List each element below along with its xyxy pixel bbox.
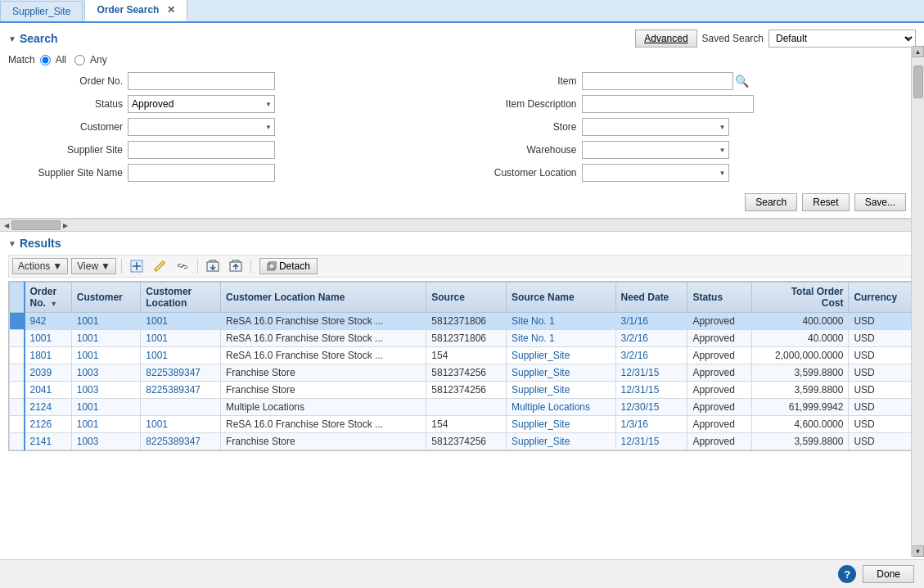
- cell-customer-location[interactable]: 1001: [141, 416, 221, 433]
- cell-customer-location[interactable]: 8225389347: [141, 382, 221, 399]
- cell-source-name[interactable]: Supplier_Site: [506, 433, 615, 450]
- cell-need-date[interactable]: 1/3/16: [615, 416, 687, 433]
- cell-need-date[interactable]: 12/30/15: [615, 399, 687, 416]
- cell-need-date[interactable]: 3/2/16: [615, 330, 687, 347]
- cell-customer-location[interactable]: 1001: [141, 313, 221, 330]
- export-icon-btn[interactable]: [203, 258, 223, 274]
- scroll-thumb-v[interactable]: [913, 66, 923, 98]
- col-customer[interactable]: Customer: [71, 283, 141, 313]
- cell-currency: USD: [849, 416, 915, 433]
- reset-button[interactable]: Reset: [802, 193, 849, 211]
- cell-order-no[interactable]: 2039: [25, 364, 72, 382]
- search-button[interactable]: Search: [745, 193, 797, 211]
- cell-need-date[interactable]: 12/31/15: [615, 364, 687, 382]
- cell-customer-location[interactable]: 8225389347: [141, 364, 221, 382]
- match-label: Match: [8, 54, 35, 66]
- cell-order-no[interactable]: 2124: [25, 399, 72, 416]
- cell-customer-location[interactable]: 8225389347: [141, 433, 221, 450]
- table-row[interactable]: 21241001Multiple LocationsMultiple Locat…: [10, 399, 915, 416]
- table-row[interactable]: 180110011001ReSA 16.0 Franchise Store St…: [10, 347, 915, 364]
- cell-source-name[interactable]: Supplier_Site: [506, 347, 615, 364]
- saved-search-select[interactable]: Default: [768, 29, 916, 47]
- cell-customer[interactable]: 1001: [71, 313, 141, 330]
- col-status[interactable]: Status: [687, 283, 752, 313]
- col-source-name[interactable]: Source Name: [506, 283, 615, 313]
- col-order-no[interactable]: OrderNo. ▼: [25, 283, 72, 313]
- cell-source-name[interactable]: Multiple Locations: [506, 399, 615, 416]
- view-dropdown[interactable]: View ▼: [71, 258, 116, 274]
- supplier-site-name-input[interactable]: [128, 164, 275, 182]
- cell-need-date[interactable]: 12/31/15: [615, 433, 687, 450]
- cell-customer[interactable]: 1001: [71, 416, 141, 433]
- import-icon-btn[interactable]: [226, 258, 246, 274]
- table-row[interactable]: 100110011001ReSA 16.0 Franchise Store St…: [10, 330, 915, 347]
- close-icon[interactable]: ✕: [167, 4, 175, 16]
- cell-source-name[interactable]: Supplier_Site: [506, 364, 615, 382]
- status-select[interactable]: Approved: [128, 95, 275, 113]
- scroll-thumb-h[interactable]: [11, 220, 61, 230]
- cell-customer-location[interactable]: 1001: [141, 347, 221, 364]
- help-button[interactable]: ?: [838, 565, 856, 583]
- item-input[interactable]: [582, 72, 733, 90]
- cell-source-name[interactable]: Site No. 1: [506, 313, 615, 330]
- advanced-button[interactable]: Advanced: [635, 29, 696, 47]
- col-total-order-cost[interactable]: Total OrderCost: [752, 283, 849, 313]
- results-collapse-triangle[interactable]: ▼: [8, 239, 16, 248]
- cell-customer[interactable]: 1001: [71, 347, 141, 364]
- customer-select[interactable]: [128, 118, 275, 136]
- cell-order-no[interactable]: 942: [25, 313, 72, 330]
- cell-need-date[interactable]: 3/2/16: [615, 347, 687, 364]
- match-all-radio[interactable]: [40, 55, 51, 66]
- cell-customer-location[interactable]: [141, 399, 221, 416]
- cell-customer[interactable]: 1003: [71, 382, 141, 399]
- detach-button[interactable]: Detach: [259, 258, 318, 274]
- done-button[interactable]: Done: [863, 565, 914, 583]
- match-any-radio[interactable]: [74, 55, 85, 66]
- tab-supplier-site[interactable]: Supplier_Site: [0, 1, 83, 21]
- cell-source-name[interactable]: Supplier_Site: [506, 416, 615, 433]
- col-customer-location[interactable]: CustomerLocation: [141, 283, 221, 313]
- cell-order-no[interactable]: 1001: [25, 330, 72, 347]
- cell-order-no[interactable]: 2141: [25, 433, 72, 450]
- warehouse-select-wrapper: [582, 141, 729, 159]
- scroll-right-arrow[interactable]: ▶: [61, 222, 70, 229]
- scroll-left-arrow[interactable]: ◀: [2, 222, 11, 229]
- add-icon-btn[interactable]: [127, 258, 146, 274]
- edit-icon-btn[interactable]: [150, 258, 169, 274]
- warehouse-select[interactable]: [582, 141, 729, 159]
- cell-customer[interactable]: 1001: [71, 399, 141, 416]
- table-row[interactable]: 94210011001ReSA 16.0 Franchise Store Sto…: [10, 313, 915, 330]
- save-button[interactable]: Save...: [854, 193, 906, 211]
- table-row[interactable]: 212610011001ReSA 16.0 Franchise Store St…: [10, 416, 915, 433]
- item-desc-input[interactable]: [582, 95, 754, 113]
- cell-need-date[interactable]: 3/1/16: [615, 313, 687, 330]
- cell-order-no[interactable]: 1801: [25, 347, 72, 364]
- customer-location-select[interactable]: [582, 164, 729, 182]
- collapse-triangle[interactable]: ▼: [8, 34, 16, 43]
- scroll-down-arrow[interactable]: ▼: [913, 545, 924, 557]
- cell-order-no[interactable]: 2126: [25, 416, 72, 433]
- col-customer-location-name[interactable]: Customer Location Name: [220, 283, 426, 313]
- cell-need-date[interactable]: 12/31/15: [615, 382, 687, 399]
- cell-source-name[interactable]: Supplier_Site: [506, 382, 615, 399]
- actions-dropdown[interactable]: Actions ▼: [12, 258, 68, 274]
- table-row[interactable]: 204110038225389347Franchise Store5812374…: [10, 382, 915, 399]
- cell-customer[interactable]: 1001: [71, 330, 141, 347]
- store-select[interactable]: [582, 118, 729, 136]
- col-need-date[interactable]: Need Date: [615, 283, 687, 313]
- table-row[interactable]: 214110038225389347Franchise Store5812374…: [10, 433, 915, 450]
- tab-order-search[interactable]: Order Search ✕: [84, 0, 187, 21]
- supplier-site-input[interactable]: [128, 141, 275, 159]
- cell-source-name[interactable]: Site No. 1: [506, 330, 615, 347]
- item-search-icon[interactable]: 🔍: [735, 75, 749, 88]
- cell-customer[interactable]: 1003: [71, 433, 141, 450]
- col-currency[interactable]: Currency: [849, 283, 915, 313]
- order-no-input[interactable]: [128, 72, 275, 90]
- table-row[interactable]: 203910038225389347Franchise Store5812374…: [10, 364, 915, 382]
- cell-customer-location[interactable]: 1001: [141, 330, 221, 347]
- link-icon-btn[interactable]: [173, 258, 192, 274]
- cell-order-no[interactable]: 2041: [25, 382, 72, 399]
- cell-customer[interactable]: 1003: [71, 364, 141, 382]
- col-source[interactable]: Source: [426, 283, 507, 313]
- scroll-up-arrow[interactable]: ▲: [913, 46, 924, 57]
